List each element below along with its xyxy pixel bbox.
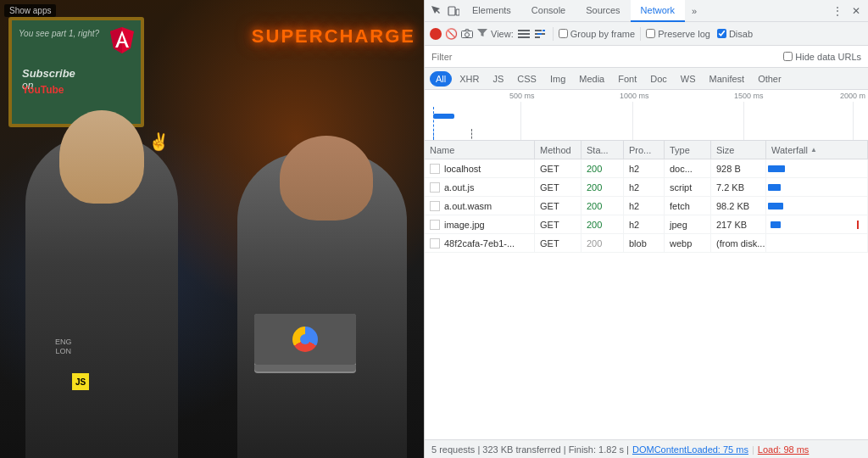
td-name-3: image.jpg [425,215,535,233]
show-apps-badge[interactable]: Show apps [4,4,56,17]
th-name[interactable]: Name [425,141,535,159]
type-filter-media[interactable]: Media [573,71,610,87]
svg-rect-11 [535,30,542,31]
screenshot-button[interactable] [460,29,474,39]
video-content: Show apps You see part 1, right? Subscri… [0,0,424,458]
angular-logo [110,27,134,54]
list-view-button[interactable] [517,27,531,41]
svg-rect-9 [518,33,530,35]
td-type-3: jpeg [665,215,711,233]
tick-1000ms: 1000 ms [620,92,649,100]
tab-network[interactable]: Network [631,0,685,22]
td-proto-3: h2 [624,215,665,233]
network-table: Name Method Sta... Pro... Type Size Wate… [425,141,868,439]
timeline-dashed-1 [433,129,434,141]
td-waterfall-2 [766,197,868,215]
table-row[interactable]: a.out.wasm GET 200 h2 fetch 98.2 KB [425,197,868,215]
td-method-1: GET [535,178,581,196]
clear-button[interactable]: 🚫 [445,28,457,40]
td-size-0: 928 B [711,159,766,177]
status-bar: 5 requests | 323 KB transferred | Finish… [425,439,868,458]
tab-sources[interactable]: Sources [576,0,630,22]
th-status[interactable]: Sta... [581,141,624,159]
td-status-0: 200 [581,159,624,177]
timeline-area: 500 ms 1000 ms 1500 ms 2000 m [425,90,868,141]
th-waterfall[interactable]: Waterfall ▲ [766,141,868,159]
th-method[interactable]: Method [535,141,581,159]
type-filter-xhr[interactable]: XHR [453,71,485,87]
hide-data-urls-checkbox[interactable] [783,52,793,61]
close-devtools-icon[interactable]: ✕ [848,3,865,20]
tick-2000ms: 2000 m [840,92,865,100]
group-by-frame-checkbox[interactable]: Group by frame [559,29,635,39]
filter-input[interactable] [425,46,783,67]
table-row[interactable]: localhost GET 200 h2 doc... 928 B [425,159,868,178]
row-checkbox-3[interactable] [430,220,440,230]
tab-elements[interactable]: Elements [462,0,521,22]
tab-console[interactable]: Console [521,0,576,22]
load-time-link[interactable]: Load: 98 ms [758,444,810,455]
device-toggle-icon[interactable] [445,3,462,20]
more-tabs-button[interactable]: » [685,0,704,22]
inspect-icon[interactable] [428,3,445,20]
type-filter-other[interactable]: Other [752,71,787,87]
table-row[interactable]: image.jpg GET 200 h2 jpeg 217 KB [425,215,868,234]
td-type-4: webp [665,234,711,252]
table-row[interactable]: a.out.js GET 200 h2 script 7.2 KB [425,178,868,197]
svg-rect-13 [535,36,540,38]
td-name-0: localhost [425,159,535,177]
waterfall-bar-1 [768,184,781,191]
chalk-small-text: You see part 1, right? [19,29,99,38]
table-row[interactable]: 48f2cafa-7eb1-... GET 200 blob webp (fro… [425,234,868,253]
svg-point-7 [465,33,470,37]
devtools-icons-right: ⋮ ✕ [829,3,868,20]
svg-rect-4 [448,7,455,15]
type-filter-doc[interactable]: Doc [644,71,673,87]
preserve-log-checkbox[interactable]: Preserve log [646,29,710,39]
th-type[interactable]: Type [665,141,711,159]
video-panel: Show apps You see part 1, right? Subscri… [0,0,424,458]
chrome-logo [292,327,318,352]
type-filter-all[interactable]: All [430,71,452,87]
disable-cache-checkbox[interactable]: Disab [717,29,753,39]
group-by-frame-input[interactable] [559,29,568,38]
type-filter-js[interactable]: JS [487,71,509,87]
td-method-4: GET [535,234,581,252]
type-filter-bar: All XHR JS CSS Img Media Font Doc WS Man… [425,68,868,90]
type-filter-ws[interactable]: WS [675,71,702,87]
th-proto[interactable]: Pro... [624,141,665,159]
type-filter-css[interactable]: CSS [511,71,542,87]
row-checkbox-4[interactable] [430,238,440,249]
type-filter-font[interactable]: Font [612,71,643,87]
preserve-log-input[interactable] [646,29,655,38]
devtools-tabs: Elements Console Sources Network » ⋮ ✕ [425,0,868,22]
th-size[interactable]: Size [711,141,766,159]
toolbar-divider-2 [640,27,641,41]
row-checkbox-1[interactable] [430,182,440,193]
td-method-2: GET [535,197,581,215]
hide-data-urls-label[interactable]: Hide data URLs [783,52,868,62]
td-method-0: GET [535,159,581,177]
row-checkbox-2[interactable] [430,201,440,211]
svg-rect-8 [518,30,530,31]
type-filter-img[interactable]: Img [544,71,571,87]
status-separator: | [752,444,754,455]
td-size-4: (from disk... [711,234,766,252]
row-checkbox-0[interactable] [430,164,440,174]
svg-rect-15 [537,33,542,35]
record-button[interactable] [430,28,442,40]
dom-content-loaded-link[interactable]: DOMContentLoaded: 75 ms [632,444,748,455]
td-status-3: 200 [581,215,624,233]
waterfall-view-button[interactable] [534,27,548,41]
td-status-1: 200 [581,178,624,196]
filter-icon[interactable] [477,28,487,39]
laptop [254,314,356,373]
more-options-icon[interactable]: ⋮ [829,3,846,20]
timeline-bars [425,107,868,140]
disable-cache-input[interactable] [717,29,726,38]
js-badge: JS [72,373,89,390]
td-waterfall-4 [766,234,868,252]
td-type-1: script [665,178,711,196]
td-proto-4: blob [624,234,665,252]
type-filter-manifest[interactable]: Manifest [704,71,751,87]
